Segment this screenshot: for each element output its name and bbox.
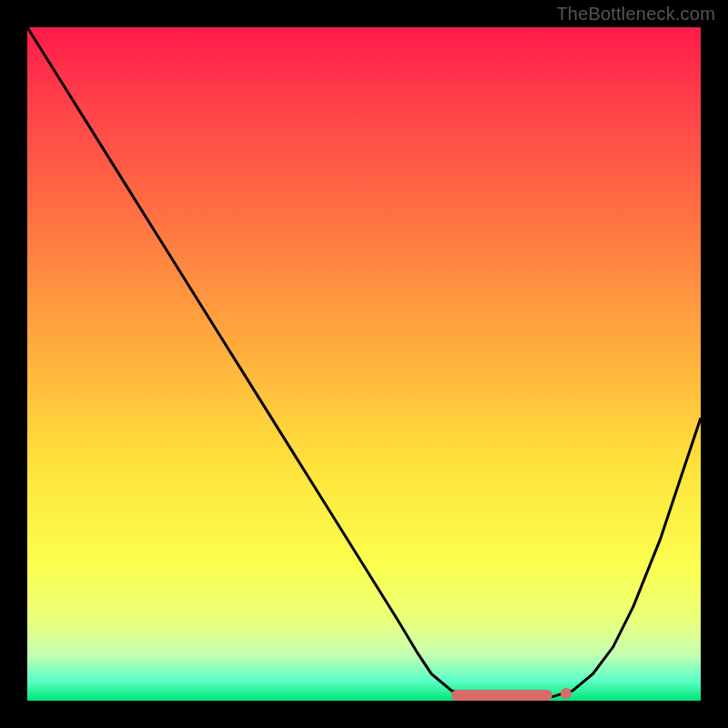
optimal-range-end-dot: [561, 688, 571, 699]
bottleneck-chart: [27, 27, 701, 701]
watermark-label: TheBottleneck.com: [556, 4, 715, 25]
chart-svg: [27, 27, 701, 701]
bottleneck-curve-path: [27, 27, 701, 701]
optimal-range-marker: [451, 690, 552, 701]
